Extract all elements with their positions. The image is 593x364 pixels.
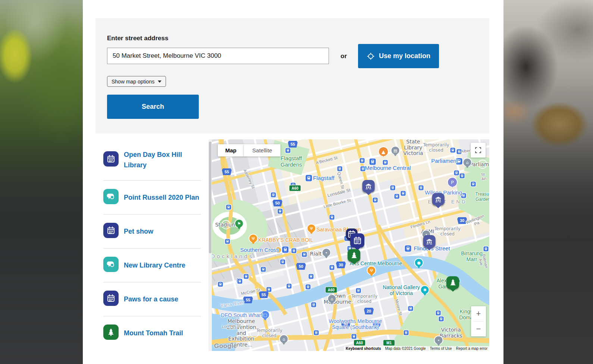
train-station-icon <box>370 159 376 165</box>
result-link[interactable]: Mount Tomah Trail <box>124 328 183 338</box>
result-calendar-pin-icon <box>103 223 119 240</box>
tram-stop-icon <box>454 171 459 175</box>
route-shield: M1 <box>383 340 395 346</box>
address-label: Enter street address <box>107 35 168 42</box>
scrollbar-thumb[interactable] <box>209 142 211 253</box>
tram-stop-icon <box>338 167 342 171</box>
results-scrollbar[interactable] <box>208 139 212 351</box>
route-shield: 30 <box>336 262 346 268</box>
tram-stop-icon <box>244 274 249 279</box>
map-label: Flinders Ln <box>410 219 431 230</box>
poi-bag-pin: ▢ <box>261 311 269 319</box>
map-label: Stadium <box>222 221 230 229</box>
tram-stop-icon <box>401 191 406 196</box>
map-label: ACMITemporarily closed <box>437 228 445 235</box>
list-item: Point Russell 2020 Plan <box>103 181 201 215</box>
poi-generic-pin: • <box>323 249 330 257</box>
result-tree-pin-icon <box>103 325 119 342</box>
keyboard-shortcuts-link[interactable]: Keyboard shortcuts <box>344 346 383 351</box>
list-item: Open Day Box Hill Library <box>103 139 201 181</box>
result-link[interactable]: Point Russell 2020 Plan <box>124 192 199 203</box>
decorative-photo-right <box>503 0 593 364</box>
tram-stop-icon <box>436 311 441 316</box>
map-type-button-satellite[interactable]: Satellite <box>244 144 280 156</box>
route-shield: 20 <box>364 308 374 314</box>
use-my-location-label: Use my location <box>379 52 430 60</box>
result-marker-museum[interactable] <box>432 193 445 207</box>
tram-stop-icon <box>292 249 296 253</box>
results-section: Open Day Box Hill LibraryPoint Russell 2… <box>95 139 489 351</box>
poi-parking-pin: P <box>448 178 457 187</box>
tram-stop-icon <box>419 186 424 190</box>
report-map-error-link[interactable]: Report a map error <box>454 346 489 351</box>
geolocation-icon <box>367 52 375 60</box>
terms-of-use-link[interactable]: Terms of Use <box>428 346 454 351</box>
result-link[interactable]: Open Day Box Hill Library <box>124 149 201 170</box>
result-marker-tree[interactable] <box>348 249 360 264</box>
tram-stop-icon <box>451 148 455 153</box>
tram-stop-icon <box>330 265 335 270</box>
map-label: State Library VictoriaTemporarily closed <box>423 144 430 152</box>
poi-cart-pin: ▢ <box>373 320 381 328</box>
map-label: Lorimer St <box>222 323 241 329</box>
google-logo[interactable]: Google <box>214 342 237 350</box>
map-data-text: Map data ©2021 Google <box>383 346 427 351</box>
map-label: McCrae St <box>241 288 260 296</box>
poi-dome-pin: ⌂ <box>280 335 288 343</box>
train-station-icon <box>306 175 312 181</box>
result-marker-museum[interactable] <box>423 235 436 249</box>
tram-stop-icon <box>404 330 409 335</box>
fullscreen-button[interactable] <box>471 143 486 158</box>
route-shield: A60 <box>289 186 301 191</box>
tram-stop-icon <box>286 148 291 153</box>
map-label: Queen St <box>336 171 345 189</box>
tram-stop-icon <box>408 306 413 311</box>
result-link[interactable]: Pet show <box>124 226 153 237</box>
map-label: Rialto <box>314 250 321 258</box>
list-item: Mount Tomah Trail <box>103 316 201 350</box>
route-shield: 50 <box>273 200 282 206</box>
search-button[interactable]: Search <box>107 95 199 119</box>
tram-stop-icon <box>261 267 266 272</box>
tram-stop-icon <box>439 317 444 322</box>
tram-stop-icon <box>356 288 361 293</box>
map-label: Melbourne Central <box>365 165 411 171</box>
address-input[interactable] <box>107 48 329 64</box>
map-label: Melbourne Convention and Exhibition Cent… <box>251 329 258 337</box>
zoom-out-button[interactable]: − <box>471 322 486 336</box>
tram-stop-icon <box>309 274 314 279</box>
poi-restaurant-pin: Ψ <box>368 267 376 275</box>
tram-stop-icon <box>267 287 272 292</box>
route-shield: A60 <box>354 340 365 346</box>
route-shield: 55 <box>222 168 232 175</box>
map-label: Parliament <box>431 158 458 164</box>
show-map-options-button[interactable]: Show map options <box>107 76 166 87</box>
tram-stop-icon <box>306 285 311 289</box>
result-marker-museum[interactable] <box>363 180 375 194</box>
google-map[interactable]: Flagstaff GardensFlagstaffMelbourne Cent… <box>212 139 489 351</box>
map-label: St An <box>480 171 487 182</box>
result-marker-tree[interactable] <box>446 276 459 291</box>
map-type-button-map[interactable]: Map <box>218 144 244 156</box>
route-shield: A60 <box>326 287 337 293</box>
map-label: Gardens <box>476 197 489 202</box>
result-link[interactable]: New Library Centre <box>124 260 185 270</box>
zoom-in-button[interactable]: + <box>471 306 486 321</box>
map-label: Crown MelbourneTemporarily closed <box>347 295 355 303</box>
map-label: Docklands <box>212 253 254 260</box>
results-list: Open Day Box Hill LibraryPoint Russell 2… <box>95 139 208 351</box>
poi-library-pin: ▤ <box>392 147 399 155</box>
list-item: Pet show <box>103 215 201 249</box>
train-station-icon <box>282 247 289 253</box>
use-my-location-button[interactable]: Use my location <box>358 44 439 68</box>
result-marker-calendar[interactable] <box>350 233 364 249</box>
tram-stop-icon <box>373 198 378 203</box>
route-shield: 50 <box>296 263 306 270</box>
tram-stop-icon <box>457 149 462 154</box>
poi-construction-pin: ▲ <box>379 147 388 156</box>
poi-stadium-pin: ⚑ <box>235 220 243 228</box>
result-link[interactable]: Paws for a cause <box>124 294 178 304</box>
poi-generic-pin: • <box>435 336 443 344</box>
train-station-icon <box>405 246 411 252</box>
decorative-photo-left <box>0 0 83 364</box>
